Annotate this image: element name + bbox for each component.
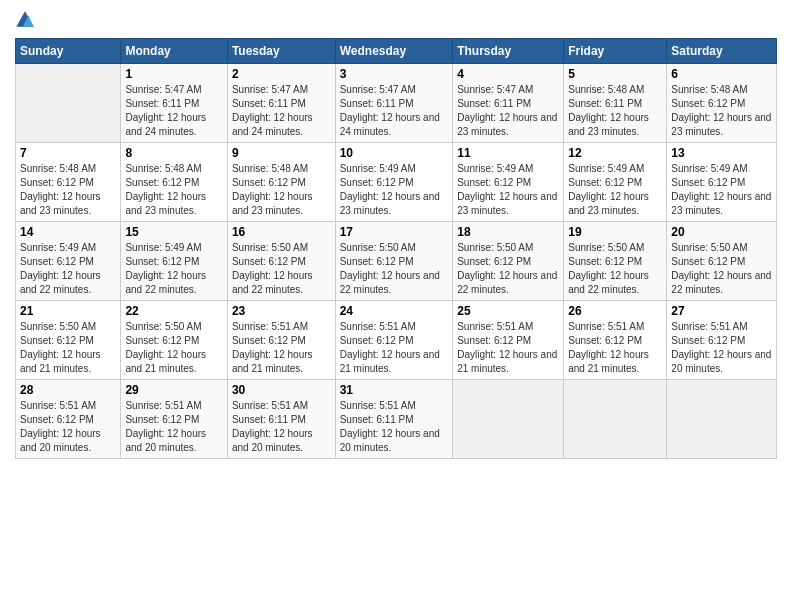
calendar-cell: 16 Sunrise: 5:50 AMSunset: 6:12 PMDaylig… <box>227 222 335 301</box>
calendar-cell <box>16 64 121 143</box>
day-number: 4 <box>457 67 559 81</box>
day-number: 15 <box>125 225 222 239</box>
calendar-cell: 29 Sunrise: 5:51 AMSunset: 6:12 PMDaylig… <box>121 380 227 459</box>
day-info: Sunrise: 5:49 AMSunset: 6:12 PMDaylight:… <box>340 162 449 218</box>
weekday-header-monday: Monday <box>121 39 227 64</box>
calendar-cell: 30 Sunrise: 5:51 AMSunset: 6:11 PMDaylig… <box>227 380 335 459</box>
day-number: 12 <box>568 146 662 160</box>
day-number: 8 <box>125 146 222 160</box>
day-info: Sunrise: 5:51 AMSunset: 6:11 PMDaylight:… <box>232 399 331 455</box>
weekday-header-saturday: Saturday <box>667 39 777 64</box>
calendar-cell: 31 Sunrise: 5:51 AMSunset: 6:11 PMDaylig… <box>335 380 453 459</box>
weekday-header-thursday: Thursday <box>453 39 564 64</box>
day-info: Sunrise: 5:51 AMSunset: 6:12 PMDaylight:… <box>232 320 331 376</box>
day-number: 31 <box>340 383 449 397</box>
day-info: Sunrise: 5:47 AMSunset: 6:11 PMDaylight:… <box>340 83 449 139</box>
calendar-cell <box>667 380 777 459</box>
calendar-cell: 12 Sunrise: 5:49 AMSunset: 6:12 PMDaylig… <box>564 143 667 222</box>
calendar-cell: 14 Sunrise: 5:49 AMSunset: 6:12 PMDaylig… <box>16 222 121 301</box>
calendar-cell: 26 Sunrise: 5:51 AMSunset: 6:12 PMDaylig… <box>564 301 667 380</box>
day-number: 14 <box>20 225 116 239</box>
day-info: Sunrise: 5:49 AMSunset: 6:12 PMDaylight:… <box>20 241 116 297</box>
day-info: Sunrise: 5:48 AMSunset: 6:12 PMDaylight:… <box>125 162 222 218</box>
day-info: Sunrise: 5:49 AMSunset: 6:12 PMDaylight:… <box>125 241 222 297</box>
calendar-week-row: 1 Sunrise: 5:47 AMSunset: 6:11 PMDayligh… <box>16 64 777 143</box>
logo-icon <box>15 10 35 30</box>
calendar-cell <box>564 380 667 459</box>
day-number: 19 <box>568 225 662 239</box>
day-info: Sunrise: 5:50 AMSunset: 6:12 PMDaylight:… <box>125 320 222 376</box>
day-info: Sunrise: 5:48 AMSunset: 6:11 PMDaylight:… <box>568 83 662 139</box>
weekday-header-tuesday: Tuesday <box>227 39 335 64</box>
day-number: 18 <box>457 225 559 239</box>
day-info: Sunrise: 5:47 AMSunset: 6:11 PMDaylight:… <box>457 83 559 139</box>
calendar-cell: 25 Sunrise: 5:51 AMSunset: 6:12 PMDaylig… <box>453 301 564 380</box>
day-info: Sunrise: 5:49 AMSunset: 6:12 PMDaylight:… <box>457 162 559 218</box>
day-info: Sunrise: 5:48 AMSunset: 6:12 PMDaylight:… <box>20 162 116 218</box>
day-number: 2 <box>232 67 331 81</box>
day-number: 25 <box>457 304 559 318</box>
calendar-header <box>15 10 777 30</box>
calendar-week-row: 21 Sunrise: 5:50 AMSunset: 6:12 PMDaylig… <box>16 301 777 380</box>
calendar-cell: 6 Sunrise: 5:48 AMSunset: 6:12 PMDayligh… <box>667 64 777 143</box>
calendar-cell: 15 Sunrise: 5:49 AMSunset: 6:12 PMDaylig… <box>121 222 227 301</box>
calendar-cell: 1 Sunrise: 5:47 AMSunset: 6:11 PMDayligh… <box>121 64 227 143</box>
calendar-cell: 27 Sunrise: 5:51 AMSunset: 6:12 PMDaylig… <box>667 301 777 380</box>
day-number: 10 <box>340 146 449 160</box>
day-number: 21 <box>20 304 116 318</box>
day-info: Sunrise: 5:48 AMSunset: 6:12 PMDaylight:… <box>671 83 772 139</box>
day-info: Sunrise: 5:51 AMSunset: 6:12 PMDaylight:… <box>340 320 449 376</box>
day-info: Sunrise: 5:51 AMSunset: 6:12 PMDaylight:… <box>457 320 559 376</box>
calendar-cell: 13 Sunrise: 5:49 AMSunset: 6:12 PMDaylig… <box>667 143 777 222</box>
day-number: 24 <box>340 304 449 318</box>
calendar-cell: 21 Sunrise: 5:50 AMSunset: 6:12 PMDaylig… <box>16 301 121 380</box>
day-info: Sunrise: 5:49 AMSunset: 6:12 PMDaylight:… <box>568 162 662 218</box>
calendar-cell: 18 Sunrise: 5:50 AMSunset: 6:12 PMDaylig… <box>453 222 564 301</box>
calendar-week-row: 14 Sunrise: 5:49 AMSunset: 6:12 PMDaylig… <box>16 222 777 301</box>
day-info: Sunrise: 5:50 AMSunset: 6:12 PMDaylight:… <box>340 241 449 297</box>
logo <box>15 10 39 30</box>
day-info: Sunrise: 5:51 AMSunset: 6:12 PMDaylight:… <box>671 320 772 376</box>
calendar-cell <box>453 380 564 459</box>
calendar-cell: 8 Sunrise: 5:48 AMSunset: 6:12 PMDayligh… <box>121 143 227 222</box>
calendar-cell: 20 Sunrise: 5:50 AMSunset: 6:12 PMDaylig… <box>667 222 777 301</box>
day-number: 26 <box>568 304 662 318</box>
day-info: Sunrise: 5:50 AMSunset: 6:12 PMDaylight:… <box>671 241 772 297</box>
day-number: 3 <box>340 67 449 81</box>
calendar-week-row: 7 Sunrise: 5:48 AMSunset: 6:12 PMDayligh… <box>16 143 777 222</box>
day-number: 11 <box>457 146 559 160</box>
calendar-cell: 11 Sunrise: 5:49 AMSunset: 6:12 PMDaylig… <box>453 143 564 222</box>
day-info: Sunrise: 5:47 AMSunset: 6:11 PMDaylight:… <box>232 83 331 139</box>
day-number: 23 <box>232 304 331 318</box>
day-number: 17 <box>340 225 449 239</box>
calendar-cell: 22 Sunrise: 5:50 AMSunset: 6:12 PMDaylig… <box>121 301 227 380</box>
calendar-cell: 24 Sunrise: 5:51 AMSunset: 6:12 PMDaylig… <box>335 301 453 380</box>
calendar-table: SundayMondayTuesdayWednesdayThursdayFrid… <box>15 38 777 459</box>
day-number: 1 <box>125 67 222 81</box>
day-number: 16 <box>232 225 331 239</box>
day-info: Sunrise: 5:49 AMSunset: 6:12 PMDaylight:… <box>671 162 772 218</box>
calendar-cell: 7 Sunrise: 5:48 AMSunset: 6:12 PMDayligh… <box>16 143 121 222</box>
day-number: 22 <box>125 304 222 318</box>
day-number: 5 <box>568 67 662 81</box>
day-number: 9 <box>232 146 331 160</box>
calendar-cell: 19 Sunrise: 5:50 AMSunset: 6:12 PMDaylig… <box>564 222 667 301</box>
day-info: Sunrise: 5:51 AMSunset: 6:12 PMDaylight:… <box>125 399 222 455</box>
day-number: 20 <box>671 225 772 239</box>
calendar-cell: 10 Sunrise: 5:49 AMSunset: 6:12 PMDaylig… <box>335 143 453 222</box>
calendar-cell: 2 Sunrise: 5:47 AMSunset: 6:11 PMDayligh… <box>227 64 335 143</box>
day-number: 7 <box>20 146 116 160</box>
day-info: Sunrise: 5:47 AMSunset: 6:11 PMDaylight:… <box>125 83 222 139</box>
day-number: 6 <box>671 67 772 81</box>
calendar-cell: 23 Sunrise: 5:51 AMSunset: 6:12 PMDaylig… <box>227 301 335 380</box>
day-number: 28 <box>20 383 116 397</box>
weekday-header-friday: Friday <box>564 39 667 64</box>
day-info: Sunrise: 5:51 AMSunset: 6:12 PMDaylight:… <box>568 320 662 376</box>
day-info: Sunrise: 5:50 AMSunset: 6:12 PMDaylight:… <box>20 320 116 376</box>
calendar-cell: 28 Sunrise: 5:51 AMSunset: 6:12 PMDaylig… <box>16 380 121 459</box>
day-info: Sunrise: 5:50 AMSunset: 6:12 PMDaylight:… <box>232 241 331 297</box>
calendar-week-row: 28 Sunrise: 5:51 AMSunset: 6:12 PMDaylig… <box>16 380 777 459</box>
day-number: 30 <box>232 383 331 397</box>
calendar-cell: 17 Sunrise: 5:50 AMSunset: 6:12 PMDaylig… <box>335 222 453 301</box>
day-number: 27 <box>671 304 772 318</box>
